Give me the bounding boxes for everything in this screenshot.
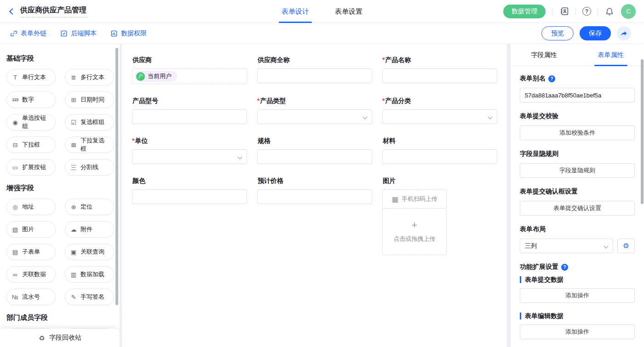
- help-icon[interactable]: ?: [548, 75, 555, 82]
- property-action-button[interactable]: 添加操作: [520, 288, 635, 303]
- field-select[interactable]: [382, 109, 497, 124]
- sidebar-item[interactable]: ▤ 子表单: [6, 244, 56, 260]
- canvas-field[interactable]: 供应商全称: [257, 56, 372, 83]
- contact-book-icon[interactable]: [559, 6, 569, 17]
- canvas-field[interactable]: *产品类型: [257, 97, 372, 124]
- preview-button[interactable]: 预览: [541, 26, 574, 40]
- property-action-button[interactable]: 添加校验条件: [520, 125, 635, 140]
- chevron-down-icon: [488, 115, 493, 119]
- tab-form-design[interactable]: 表单设计: [282, 0, 309, 23]
- field-type-icon: ⊞: [70, 97, 77, 103]
- sidebar-item[interactable]: ⊠ 下拉复选框: [65, 137, 114, 153]
- sidebar-item[interactable]: ◉ 单选按钮组: [6, 114, 56, 131]
- layout-select[interactable]: 三列: [520, 239, 613, 253]
- data-permission[interactable]: 数据权限: [110, 29, 147, 38]
- tab-form-settings[interactable]: 表单设置: [335, 0, 362, 23]
- sidebar-item[interactable]: ✎ 手写签名: [65, 289, 114, 305]
- form-canvas[interactable]: 供应商 户当前用户 供应商全称 *产品名称 产品型号 *产品类型 *产品分类 *…: [122, 44, 507, 347]
- help-icon[interactable]: ?: [582, 7, 591, 16]
- sidebar-section-title: 基础字段: [6, 54, 114, 63]
- panel-scrollbar[interactable]: [641, 59, 644, 204]
- save-button[interactable]: 保存: [580, 26, 611, 40]
- sidebar-item[interactable]: ▥ 数据加载: [65, 266, 114, 283]
- qr-code-icon: ▦: [391, 196, 399, 203]
- layout-settings-button[interactable]: ⚙: [617, 239, 635, 253]
- backend-script[interactable]: 后端脚本: [60, 29, 97, 38]
- canvas-field[interactable]: 供应商 户当前用户: [132, 56, 247, 84]
- canvas-field[interactable]: 材料: [382, 137, 497, 164]
- gear-icon: ⚙: [623, 242, 629, 250]
- property-section-title: 表单编辑数据: [520, 313, 635, 319]
- field-input[interactable]: [382, 149, 497, 164]
- field-input[interactable]: [132, 109, 247, 124]
- field-input[interactable]: [257, 68, 372, 83]
- script-icon: [60, 30, 68, 37]
- canvas-field[interactable]: *产品名称: [382, 56, 497, 83]
- field-input[interactable]: [132, 189, 247, 204]
- scan-upload-button[interactable]: ▦手机扫码上传: [382, 189, 447, 209]
- current-user-tag[interactable]: 户当前用户: [135, 71, 177, 82]
- property-action-button[interactable]: 表单提交确认设置: [520, 201, 635, 216]
- drag-upload-area[interactable]: +点击或拖拽上传: [382, 208, 447, 255]
- canvas-field[interactable]: 预计价格: [257, 177, 372, 204]
- form-layout-heading: 表单布局: [520, 225, 635, 233]
- field-recycle-bin[interactable]: ♻ 字段回收站: [0, 329, 120, 347]
- field-type-icon: ∞: [12, 272, 19, 278]
- share-arrow-icon: [621, 30, 628, 37]
- property-action-button[interactable]: 添加操作: [520, 324, 635, 339]
- canvas-field[interactable]: *产品分类: [382, 97, 497, 124]
- property-action-button[interactable]: 字段显隐规则: [520, 163, 635, 178]
- tab-field-properties[interactable]: 字段属性: [511, 44, 577, 66]
- sidebar-item[interactable]: T 单行文本: [6, 69, 56, 85]
- sidebar-item[interactable]: 123 数字: [6, 91, 56, 108]
- current-user-label: 当前用户: [148, 72, 172, 80]
- scan-upload-label: 手机扫码上传: [402, 195, 437, 203]
- tab-form-properties[interactable]: 表单属性: [577, 44, 644, 66]
- required-star: *: [382, 97, 385, 105]
- sidebar-item[interactable]: ▭ 扩展按钮: [6, 159, 56, 176]
- required-star: *: [257, 97, 259, 105]
- sidebar-scrollbar[interactable]: [115, 48, 118, 305]
- property-section-title: 字段显隐规则: [520, 150, 635, 158]
- field-input[interactable]: [257, 149, 372, 164]
- form-alias-input[interactable]: 57da881aaa7b8f50ae1bef5a: [520, 88, 635, 102]
- field-input[interactable]: [257, 189, 372, 204]
- sidebar-item[interactable]: ☑ 复选框组: [65, 114, 114, 131]
- sidebar-item[interactable]: ▣ 关联查询: [65, 244, 114, 260]
- user-avatar[interactable]: C: [621, 4, 636, 19]
- canvas-field[interactable]: 产品型号: [132, 97, 247, 124]
- sidebar-item[interactable]: ≣ 多行文本: [65, 69, 114, 85]
- sidebar-item[interactable]: ⊟ 下拉框: [6, 137, 56, 153]
- sidebar-item[interactable]: ∞ 关联数据: [6, 266, 56, 283]
- back-icon[interactable]: [9, 8, 16, 15]
- field-type-icon: ≣: [70, 74, 77, 80]
- divider: [598, 8, 598, 15]
- field-user-select[interactable]: 户当前用户: [132, 68, 247, 84]
- form-title[interactable]: 供应商供应产品管理: [20, 6, 88, 17]
- field-select[interactable]: [257, 109, 372, 124]
- sidebar-item[interactable]: № 流水号: [6, 289, 56, 305]
- field-input[interactable]: [382, 68, 497, 83]
- sidebar-item[interactable]: ⊞ 日期时间: [65, 91, 114, 108]
- canvas-field[interactable]: 图片 ▦手机扫码上传+点击或拖拽上传: [382, 177, 497, 255]
- canvas-field[interactable]: 颜色: [132, 177, 247, 204]
- sidebar-section-title: 增强字段: [6, 184, 114, 193]
- data-manage-button[interactable]: 数据管理: [503, 5, 546, 18]
- help-icon[interactable]: ?: [561, 264, 568, 271]
- field-type-icon: №: [12, 294, 19, 300]
- sidebar-section: 增强字段 ◎ 地址 ⊕ 定位 ▧ 图片 ☁ 附件 ▤ 子表单 ▣ 关联查询 ∞ …: [6, 184, 114, 305]
- sidebar-item[interactable]: ⊕ 定位: [65, 199, 114, 215]
- form-external-link[interactable]: 表单外链: [10, 29, 46, 38]
- user-icon: 户: [136, 72, 145, 81]
- field-type-icon: 123: [12, 98, 19, 102]
- canvas-field[interactable]: 规格: [257, 137, 372, 164]
- sidebar-item[interactable]: ☁ 附件: [65, 221, 114, 238]
- bell-icon[interactable]: [604, 6, 615, 17]
- sidebar-item[interactable]: ▧ 图片: [6, 221, 56, 238]
- share-button[interactable]: [617, 26, 631, 40]
- sidebar-item[interactable]: ◎ 地址: [6, 199, 56, 215]
- field-select[interactable]: [132, 149, 247, 164]
- sidebar-item[interactable]: 三 分割线: [65, 159, 114, 176]
- canvas-field[interactable]: *单位: [132, 137, 247, 164]
- sidebar-section-title: 部门成员字段: [6, 313, 114, 322]
